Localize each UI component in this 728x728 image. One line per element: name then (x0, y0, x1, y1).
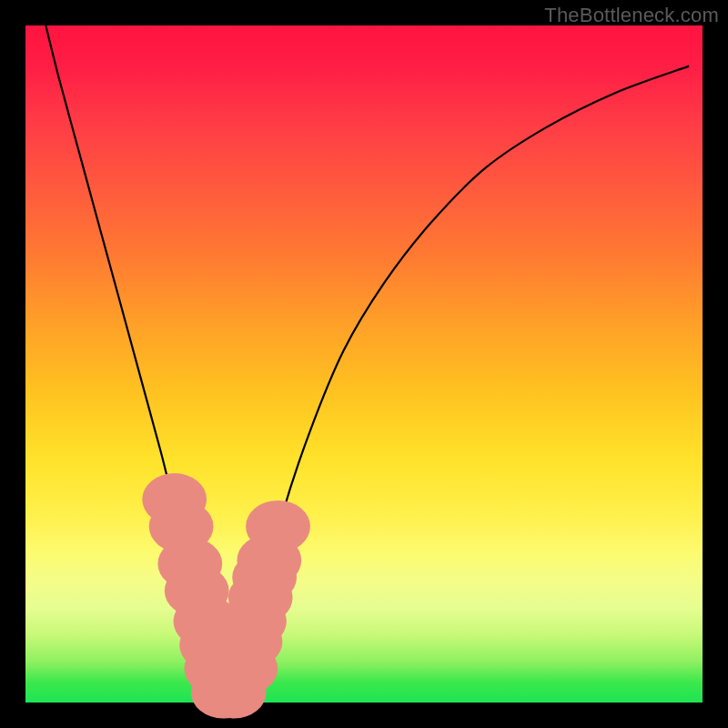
marker-dots (142, 473, 310, 718)
marker-dot (246, 500, 310, 552)
plot-area (25, 25, 703, 703)
bottleneck-curve (46, 25, 689, 697)
chart-svg (25, 25, 703, 703)
chart-frame: TheBottleneck.com (0, 0, 728, 728)
watermark-text: TheBottleneck.com (544, 4, 719, 27)
